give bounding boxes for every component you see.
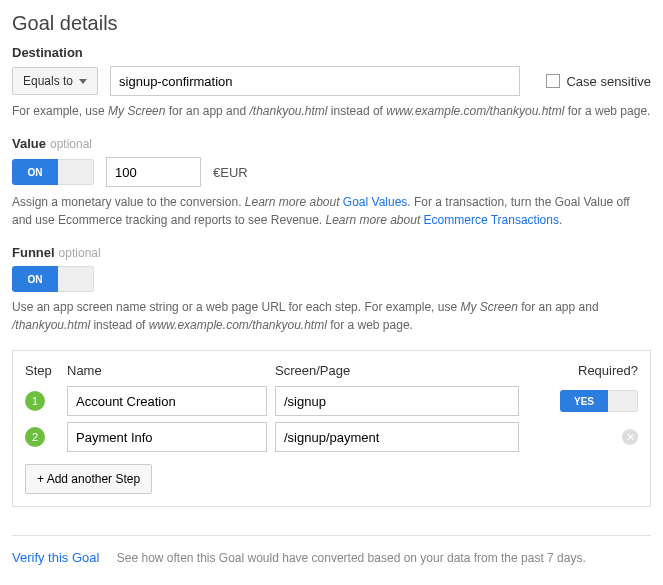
divider bbox=[12, 535, 651, 536]
case-sensitive-label: Case sensitive bbox=[566, 74, 651, 89]
verify-help-text: See how often this Goal would have conve… bbox=[117, 551, 586, 565]
case-sensitive-checkbox[interactable]: Case sensitive bbox=[546, 74, 651, 89]
step-number-badge: 2 bbox=[25, 427, 45, 447]
step-name-input[interactable] bbox=[67, 386, 267, 416]
remove-step-icon[interactable]: ✕ bbox=[622, 429, 638, 445]
page-title: Goal details bbox=[12, 12, 651, 35]
toggle-off-side bbox=[608, 390, 638, 412]
toggle-off-side bbox=[58, 266, 94, 292]
step-name-input[interactable] bbox=[67, 422, 267, 452]
funnel-steps-box: Step Name Screen/Page Required? 1 YES 2 … bbox=[12, 350, 651, 507]
goal-values-link[interactable]: Goal Values bbox=[343, 195, 407, 209]
col-required-header: Required? bbox=[578, 363, 638, 378]
value-amount-input[interactable] bbox=[106, 157, 201, 187]
col-name-header: Name bbox=[67, 363, 275, 378]
funnel-step-row: 2 ✕ bbox=[25, 422, 638, 452]
checkbox-icon bbox=[546, 74, 560, 88]
value-label: Valueoptional bbox=[12, 136, 651, 151]
toggle-on-label: ON bbox=[12, 266, 58, 292]
required-yes-label: YES bbox=[560, 390, 608, 412]
col-page-header: Screen/Page bbox=[275, 363, 527, 378]
required-toggle[interactable]: YES bbox=[560, 390, 638, 412]
value-toggle[interactable]: ON bbox=[12, 159, 94, 185]
verify-row: Verify this Goal See how often this Goal… bbox=[12, 550, 651, 565]
match-type-dropdown[interactable]: Equals to bbox=[12, 67, 98, 95]
toggle-off-side bbox=[58, 159, 94, 185]
currency-label: €EUR bbox=[213, 165, 248, 180]
destination-help: For example, use My Screen for an app an… bbox=[12, 102, 651, 120]
value-help: Assign a monetary value to the conversio… bbox=[12, 193, 651, 229]
funnel-header-row: Step Name Screen/Page Required? bbox=[25, 363, 638, 378]
match-type-value: Equals to bbox=[23, 74, 73, 88]
add-step-button[interactable]: + Add another Step bbox=[25, 464, 152, 494]
funnel-label: Funneloptional bbox=[12, 245, 651, 260]
funnel-step-row: 1 YES bbox=[25, 386, 638, 416]
funnel-toggle[interactable]: ON bbox=[12, 266, 94, 292]
step-number-badge: 1 bbox=[25, 391, 45, 411]
ecommerce-link[interactable]: Ecommerce Transactions bbox=[424, 213, 559, 227]
toggle-on-label: ON bbox=[12, 159, 58, 185]
col-step-header: Step bbox=[25, 363, 67, 378]
destination-label: Destination bbox=[12, 45, 651, 60]
step-page-input[interactable] bbox=[275, 422, 519, 452]
step-page-input[interactable] bbox=[275, 386, 519, 416]
verify-goal-link[interactable]: Verify this Goal bbox=[12, 550, 99, 565]
destination-input[interactable] bbox=[110, 66, 520, 96]
caret-down-icon bbox=[79, 79, 87, 84]
funnel-help: Use an app screen name string or a web p… bbox=[12, 298, 651, 334]
